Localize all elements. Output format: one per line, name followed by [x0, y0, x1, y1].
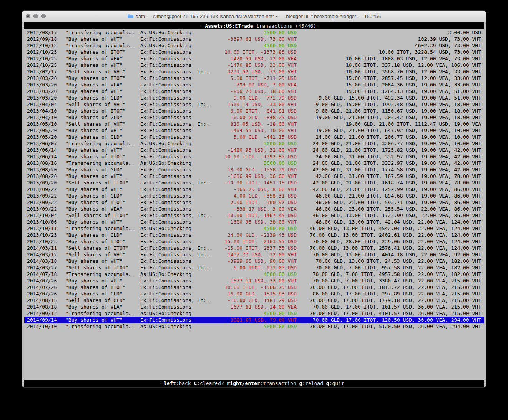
tx-change: 5000.00 USD: [215, 323, 297, 330]
tx-balance: 19.00 GLD, 21.00 ITOT, 647.92 USD, 19.00…: [297, 127, 481, 134]
table-row[interactable]: 2012/10/25"Buy shares of VEA"Ex:Fi:Commi…: [24, 55, 484, 62]
table-row[interactable]: 2014/08/15"Sell shares of GLD"Ex:Fi:Comm…: [24, 297, 484, 304]
table-row[interactable]: 2013/06/07"Transfering accumula..As:US:B…: [24, 140, 484, 147]
tx-change: -10.00 ITOT, 1467.45 USD: [215, 212, 297, 219]
table-row[interactable]: 2013/05/20"Buy shares of GLD"Ex:Fi:Commi…: [24, 134, 484, 140]
tx-balance: 70.00 GLD, 7.00 ITOT, 957.58 USD, 22.00 …: [297, 264, 481, 271]
tx-accounts: Ex:Fi:Commissions: [140, 238, 215, 245]
tx-accounts: Ex:Fi:Commissions: [140, 127, 215, 134]
tx-change: -1677.61 USD, 14.00 VEA: [215, 304, 297, 310]
tx-description: "Buy shares of VHT": [65, 219, 140, 225]
table-row[interactable]: 2013/03/20"Buy shares of VHT"Ex:Fi:Commi…: [24, 88, 484, 95]
tx-accounts: Ex:Fi:Commissions, In:..: [140, 68, 215, 75]
tx-change: 4000.00 USD: [215, 271, 297, 277]
table-row[interactable]: 2014/03/27"Sell shares of ITOT"Ex:Fi:Com…: [24, 264, 484, 271]
close-dot-icon: [27, 15, 29, 17]
window-titlebar[interactable]: data — simon@pool-71-165-239-133.lsanca.…: [22, 11, 486, 22]
table-row[interactable]: 2013/09/22"Buy shares of GLD"Ex:Fi:Commi…: [24, 193, 484, 199]
table-row[interactable]: 2013/10/04"Sell shares of ITOT"Ex:Fi:Com…: [24, 212, 484, 219]
table-row[interactable]: 2014/08/18"Buy shares of VEA"Ex:Fi:Commi…: [24, 304, 484, 310]
tx-accounts: Ex:Fi:Commissions: [140, 317, 215, 323]
table-row[interactable]: 2013/02/17"Sell shares of VHT"Ex:Fi:Comm…: [24, 68, 484, 75]
table-row[interactable]: 2013/03/20"Buy shares of GLD"Ex:Fi:Commi…: [24, 95, 484, 101]
tx-accounts: Ex:Fi:Commissions: [140, 147, 215, 153]
table-row[interactable]: 2014/03/11"Sell shares of ITOT"Ex:Fi:Com…: [24, 245, 484, 251]
tx-date: 2013/05/20: [27, 134, 65, 140]
tx-accounts: Ex:Fi:Commissions: [140, 49, 215, 55]
tx-description: "Buy shares of GLD": [65, 95, 140, 101]
tx-accounts: Ex:Fi:Commissions: [140, 75, 215, 81]
table-row[interactable]: 2013/04/04"Sell shares of VHT"Ex:Fi:Comm…: [24, 101, 484, 108]
table-row[interactable]: 2013/03/20"Buy shares of VEA"Ex:Fi:Commi…: [24, 81, 484, 88]
table-row[interactable]: 2013/08/20"Buy shares of VHT"Ex:Fi:Commi…: [24, 173, 484, 179]
table-row[interactable]: 2013/10/23"Buy shares of ITOT"Ex:Fi:Comm…: [24, 238, 484, 245]
table-row[interactable]: 2012/10/25"Buy shares of VHT"Ex:Fi:Commi…: [24, 62, 484, 68]
tx-date: 2013/03/20: [27, 75, 65, 81]
tx-balance: 70.00 GLD, 17.00 ITOT, 120.50 USD, 36.00…: [297, 317, 481, 323]
tx-change: -3981.07 USD, 79.00 VHT: [215, 317, 297, 323]
tx-change: 4500.00 USD: [215, 42, 297, 49]
tx-accounts: Ex:Fi:Commissions: [140, 258, 215, 264]
table-row[interactable]: 2014/07/26"Buy shares of ITOT"Ex:Fi:Comm…: [24, 284, 484, 291]
table-row[interactable]: 2013/05/10"Sell shares of VHT"Ex:Fi:Comm…: [24, 121, 484, 127]
table-row[interactable]: 2013/05/20"Buy shares of VHT"Ex:Fi:Commi…: [24, 127, 484, 134]
tx-change: 10.00 ITOT, -1566.75 USD: [215, 284, 297, 291]
tx-date: 2013/10/23: [27, 232, 65, 238]
table-row[interactable]: 2014/09/14"Buy shares of VHT"Ex:Fi:Commi…: [24, 317, 484, 323]
tx-date: 2013/08/20: [27, 173, 65, 179]
tx-change: -10.00 ITOT, 1451.15 USD: [215, 179, 297, 186]
close-button[interactable]: [26, 14, 30, 18]
table-row[interactable]: 2012/08/17"Transfering accumula..As:US:B…: [24, 29, 484, 36]
tx-description: "Sell shares of GLD": [65, 297, 140, 304]
table-row[interactable]: 2013/08/20"Buy shares of GLD"Ex:Fi:Commi…: [24, 166, 484, 173]
table-row[interactable]: 2013/10/23"Buy shares of GLD"Ex:Fi:Commi…: [24, 232, 484, 238]
tx-change: 4500.00 USD: [215, 225, 297, 232]
table-row[interactable]: 2013/10/06"Buy shares of VHT"Ex:Fi:Commi…: [24, 219, 484, 225]
tx-change: 3000.00 USD: [215, 140, 297, 147]
table-row[interactable]: 2014/03/12"Sell shares of VHT"Ex:Fi:Comm…: [24, 251, 484, 258]
table-row[interactable]: 2014/09/12"Transfering accumula..As:US:B…: [24, 310, 484, 317]
table-row[interactable]: 2014/07/18"Transfering accumula..As:US:B…: [24, 271, 484, 277]
tx-description: "Buy shares of VEA": [65, 55, 140, 62]
table-row[interactable]: 2014/10/10"Transfering accumula..As:US:B…: [24, 323, 484, 330]
table-row[interactable]: 2014/07/26"Buy shares of VHT"Ex:Fi:Commi…: [24, 277, 484, 284]
tx-accounts: Ex:Fi:Commissions, In:..: [140, 179, 215, 186]
tx-date: 2014/07/26: [27, 284, 65, 291]
table-row[interactable]: 2012/10/12"Transfering accumula..As:US:B…: [24, 42, 484, 49]
table-row[interactable]: 2014/03/18"Buy shares of VHT"Ex:Fi:Commi…: [24, 258, 484, 264]
tx-date: 2012/10/25: [27, 49, 65, 55]
help-desc: :cleared?: [197, 380, 227, 386]
folder-icon: [127, 14, 134, 19]
table-row[interactable]: 2013/04/10"Buy shares of GLD"Ex:Fi:Commi…: [24, 114, 484, 121]
tx-description: "Buy shares of VEA": [65, 304, 140, 310]
table-row[interactable]: 2013/06/14"Buy shares of ITOT"Ex:Fi:Comm…: [24, 153, 484, 160]
table-row[interactable]: 2013/06/14"Buy shares of VHT"Ex:Fi:Commi…: [24, 147, 484, 153]
table-row[interactable]: 2013/10/11"Transfering accumula..As:US:B…: [24, 225, 484, 232]
pane-title-mode: transactions (45/46): [256, 23, 317, 29]
tx-date: 2013/03/20: [27, 95, 65, 101]
tx-change: -464.55 USD, 10.00 VHT: [215, 127, 297, 134]
tx-balance: 10.00 ITOT, 3568.70 USD, 12.00 VEA, 33.0…: [297, 68, 481, 75]
tx-change: -1680.95 USD, 38.00 VHT: [215, 219, 297, 225]
minimize-button[interactable]: [33, 14, 38, 18]
table-row[interactable]: 2012/10/25"Buy shares of ITOT"Ex:Fi:Comm…: [24, 49, 484, 55]
table-row[interactable]: 2013/09/20"Sell shares of ITOT"Ex:Fi:Com…: [24, 179, 484, 186]
tx-accounts: Ex:Fi:Commissions: [140, 36, 215, 42]
tx-date: 2012/10/12: [27, 42, 65, 49]
tx-description: "Buy shares of VHT": [65, 277, 140, 284]
zoom-button[interactable]: [41, 14, 46, 18]
table-row[interactable]: 2013/09/22"Buy shares of ITOT"Ex:Fi:Comm…: [24, 199, 484, 206]
table-row[interactable]: 2012/09/18"Buy shares of VHT"Ex:Fi:Commi…: [24, 36, 484, 42]
table-row[interactable]: 2013/09/22"Buy shares of VHT"Ex:Fi:Commi…: [24, 186, 484, 193]
tx-balance: 15.00 ITOT, 2857.45 USD, 12.00 VEA, 33.0…: [297, 75, 481, 81]
table-row[interactable]: 2013/04/10"Buy shares of ITOT"Ex:Fi:Comm…: [24, 108, 484, 114]
tx-description: "Sell shares of VHT": [65, 68, 140, 75]
tx-date: 2013/02/17: [27, 68, 65, 75]
tx-accounts: Ex:Fi:Commissions: [140, 62, 215, 68]
table-row[interactable]: 2014/07/26"Buy shares of GLD"Ex:Fi:Commi…: [24, 291, 484, 297]
table-row[interactable]: 2013/09/22"Buy shares of VEA"Ex:Fi:Commi…: [24, 206, 484, 212]
tx-description: "Transfering accumula..: [65, 29, 140, 36]
table-row[interactable]: 2013/08/16"Transfering accumula..As:US:B…: [24, 160, 484, 166]
table-row[interactable]: 2013/03/20"Buy shares of ITOT"Ex:Fi:Comm…: [24, 75, 484, 81]
tx-date: 2013/06/07: [27, 140, 65, 147]
